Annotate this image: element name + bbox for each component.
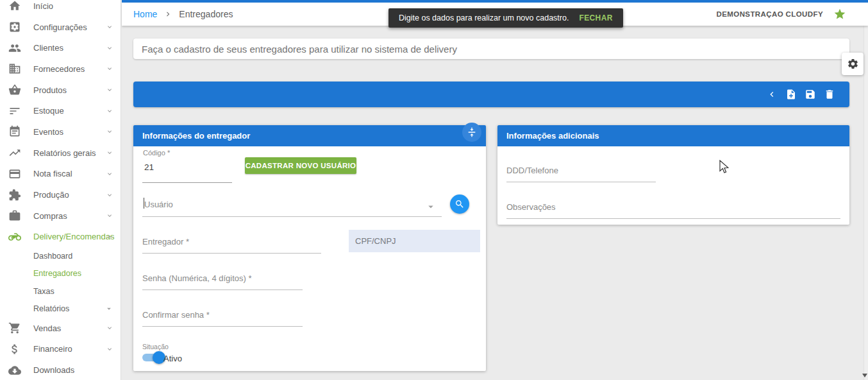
sidebar-subitem-label: Relatórios [33,304,69,313]
breadcrumb-home-link[interactable]: Home [133,9,157,19]
sidebar-subitem-label: Dashboard [33,252,72,261]
new-record-button[interactable] [781,85,801,104]
delete-button[interactable] [820,85,839,104]
vertical-align-center-icon [467,127,477,137]
sidebar-item-downloads[interactable]: Downloads [0,359,121,380]
settings-app-icon [8,21,21,33]
page-description-card: Faça o cadastro de seus entregadores par… [133,39,849,59]
dropdown-arrow-icon [104,304,113,313]
back-button[interactable] [762,85,781,104]
sidebar-item-inicio[interactable]: Início [0,0,121,17]
note-add-icon [785,89,797,100]
basket-icon [8,83,21,96]
sidebar-item-clientes[interactable]: Clientes [0,37,121,58]
chevron-down-icon [106,44,113,52]
sidebar-item-label: Início [33,1,53,11]
cpf-cnpj-field[interactable]: CPF/CNPJ [349,230,480,252]
chevron-left-icon [767,89,777,99]
dropdown-arrow-icon[interactable] [425,201,437,212]
chevron-right-icon [163,10,172,19]
situacao-value: Ativo [163,354,182,363]
informacoes-adicionais-card: Informações adicionais DDD/Telefone Obse… [497,125,849,225]
sidebar-item-eventos[interactable]: Eventos [0,121,121,142]
cpf-cnpj-placeholder: CPF/CNPJ [355,236,396,246]
toast-close-button[interactable]: FECHAR [579,13,612,22]
sidebar-item-producao[interactable]: Produção [0,184,121,205]
usuario-field[interactable]: Usuário [144,200,173,209]
motorcycle-icon [8,230,21,243]
chevron-down-icon [106,149,113,157]
collapse-card-button[interactable] [462,123,481,142]
entregador-field[interactable]: Entregador * [142,237,189,246]
sidebar-item-delivery-encomendas[interactable]: Delivery/Encomendas [0,227,121,248]
toast-notification: Digite os dados para realizar um novo ca… [388,8,623,28]
page-description: Faça o cadastro de seus entregadores par… [142,44,457,55]
chevron-up-icon [106,233,113,241]
save-button[interactable] [801,85,820,104]
sidebar-subitem-relatorios[interactable]: Relatórios [0,300,121,317]
sidebar-item-estoque[interactable]: Estoque [0,100,121,121]
cloud-download-icon [8,364,21,377]
search-user-button[interactable] [450,194,469,214]
chevron-down-icon [106,128,113,135]
sidebar-item-label: Configurações [33,22,87,32]
sidebar-subitem-taxas[interactable]: Taxas [0,282,121,300]
sidebar-item-produtos[interactable]: Produtos [0,80,121,101]
chevron-down-icon [106,212,113,220]
app-window: Início Configurações Clientes Fornecedor… [0,0,868,380]
card-header: Informações do entregador [133,125,486,146]
sidebar-subitem-label: Taxas [33,287,54,296]
save-icon [805,89,816,100]
settings-tab-button[interactable] [842,53,864,75]
sidebar-item-financeiro[interactable]: Financeiro [0,339,121,360]
sidebar-item-configuracoes[interactable]: Configurações [0,17,121,38]
senha-field[interactable]: Senha (Numérica, 4 dígitos) * [142,273,252,283]
briefcase-icon [8,209,21,222]
chevron-down-icon [106,324,113,332]
sidebar: Início Configurações Clientes Fornecedor… [0,0,121,380]
building-icon [8,62,21,75]
list-icon [8,105,21,117]
gear-icon [847,58,859,70]
breadcrumb-current: Entregadores [179,9,233,19]
sidebar-item-compras[interactable]: Compras [0,205,121,227]
sidebar-item-label: Eventos [33,127,63,137]
observacoes-field[interactable]: Observações [506,202,556,212]
star-icon[interactable] [833,8,846,21]
situacao-label: Situação [142,343,169,350]
trash-icon [824,89,835,100]
confirmar-senha-field[interactable]: Confirmar senha * [142,310,210,320]
sidebar-item-label: Nota fiscal [33,169,72,178]
dollar-icon [8,343,21,356]
entregador-info-card: Informações do entregador Código * 21 CA… [133,125,486,371]
sidebar-item-vendas[interactable]: Vendas [0,318,121,339]
entregador-underline [142,253,321,254]
scrollbar-down-arrow[interactable] [862,374,867,377]
sidebar-item-label: Produção [33,190,69,200]
sidebar-item-fornecedores[interactable]: Fornecedores [0,58,121,80]
chevron-down-icon [106,23,113,31]
sidebar-item-label: Delivery/Encomendas [33,232,114,241]
trending-up-icon [8,146,21,159]
sidebar-item-nota-fiscal[interactable]: Nota fiscal [0,164,121,185]
chevron-down-icon [106,345,113,353]
ddd-telefone-field[interactable]: DDD/Telefone [506,166,558,175]
sidebar-item-label: Downloads [33,365,74,375]
cadastrar-novo-usuario-button[interactable]: CADASTRAR NOVO USUÁRIO [245,157,356,174]
sidebar-item-label: Vendas [33,324,61,333]
content-area: Home Entregadores DEMONSTRAÇAO CLOUDFY D… [122,0,868,380]
sidebar-item-relatorios-gerais[interactable]: Relatórios gerais [0,142,121,164]
sidebar-subitem-entregadores[interactable]: Entregadores [0,265,121,282]
sidebar-item-label: Relatórios gerais [33,148,96,158]
vertical-scrollbar[interactable] [864,26,868,380]
sidebar-subitem-dashboard[interactable]: Dashboard [0,247,121,264]
card-title: Informações adicionais [506,131,599,141]
sidebar-subitem-label: Entregadores [33,269,81,278]
toast-message: Digite os dados para realizar um novo ca… [399,13,569,22]
event-note-icon [8,125,21,138]
codigo-field[interactable]: 21 [144,162,154,172]
action-toolbar [133,82,849,107]
observacoes-underline [506,218,840,219]
situacao-toggle[interactable] [142,354,163,361]
account-name: DEMONSTRAÇAO CLOUDFY [717,10,823,18]
